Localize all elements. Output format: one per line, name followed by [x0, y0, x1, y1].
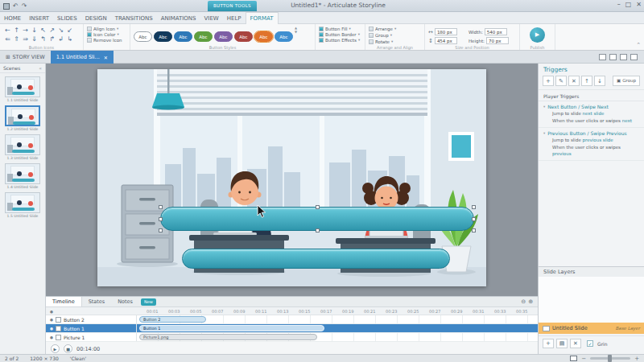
timeline-tab-notes[interactable]: Notes [111, 297, 139, 306]
timeline-object-bar[interactable]: Button 1 [139, 325, 324, 331]
close-icon[interactable]: ✕ [636, 1, 642, 8]
view-toggle-icon[interactable] [620, 54, 627, 60]
new-layer-icon[interactable]: + [543, 339, 554, 348]
undo-icon[interactable]: ↶ [13, 1, 19, 11]
collapse-caret-icon[interactable]: ▾ [543, 105, 545, 109]
button-style-option[interactable]: Abc [234, 31, 253, 42]
selection-handle[interactable] [316, 228, 320, 232]
ribbon-tab-transitions[interactable]: TRANSITIONS [111, 13, 157, 25]
stop-icon[interactable]: ■ [64, 344, 72, 353]
delete-trigger-icon[interactable]: ✕ [568, 76, 580, 86]
rotate-control[interactable]: Rotate▾ [369, 39, 421, 44]
button-icon-option[interactable]: ↖ [39, 26, 47, 35]
selection-handle[interactable] [472, 228, 476, 232]
button-icon-option[interactable]: ⇓ [30, 35, 39, 43]
slide-document-tab[interactable]: 1.1 Untitled Sli... ✕ [51, 51, 114, 64]
scene-slide-item[interactable]: 1.1 Untitled Slide [0, 76, 45, 102]
ribbon-tab-animations[interactable]: ANIMATIONS [157, 13, 200, 25]
layer-option-checkbox[interactable]: ✓ [587, 340, 593, 347]
button-style-option[interactable]: Abc [214, 31, 233, 42]
zoom-out-icon[interactable]: − [581, 356, 586, 362]
button-border-control[interactable]: Button Border▾ [319, 31, 361, 37]
row-checkbox[interactable] [56, 335, 61, 340]
button-fill-control[interactable]: Button Fill▾ [319, 26, 361, 31]
height-field[interactable]: 70 px [486, 37, 509, 44]
row-checkbox[interactable] [56, 326, 61, 331]
visibility-icon[interactable]: ● [50, 318, 53, 322]
visibility-icon[interactable]: ● [50, 327, 53, 331]
collapse-ribbon-icon[interactable]: ⌃ [636, 42, 641, 48]
scene-slide-item[interactable]: 1.5 Untitled Slide [0, 192, 45, 218]
trigger-item[interactable]: ▾Next Button / Swipe NextJump to slide n… [539, 101, 644, 128]
icon-tool-remove-icon[interactable]: Remove Icon [87, 37, 126, 43]
edit-trigger-icon[interactable]: ✎ [555, 76, 567, 86]
button-icon-option[interactable]: ← [3, 26, 12, 35]
button-icon-option[interactable]: ↙ [65, 26, 74, 35]
button-icon-option[interactable]: ⇒ [21, 35, 30, 43]
trigger-item[interactable]: ▾Previous Button / Swipe PreviousJump to… [539, 128, 644, 160]
collapse-panel-icon[interactable]: « [39, 65, 42, 71]
timeline-zoom-in-icon[interactable]: ⊕ [528, 298, 533, 305]
view-toggle-icon[interactable] [630, 54, 638, 60]
trigger-action-link[interactable]: next slide [583, 111, 605, 116]
button-icon-option[interactable]: ↲ [56, 35, 65, 43]
publish-button[interactable]: ▶ [530, 27, 545, 43]
button-effects-control[interactable]: Button Effects▾ [319, 37, 361, 43]
slide-thumbnail[interactable] [5, 163, 40, 184]
view-toggle-icon[interactable] [599, 54, 606, 60]
icon-tool-align-icon[interactable]: Align Icon▾ [87, 26, 126, 31]
group-control[interactable]: Group▾ [369, 32, 421, 38]
fit-to-window-icon[interactable] [570, 356, 577, 361]
trigger-condition-link[interactable]: previous [552, 151, 572, 156]
move-up-icon[interactable]: ↑ [581, 76, 592, 86]
timeline-zoom-out-icon[interactable]: ⊖ [521, 298, 526, 305]
scene-slide-item[interactable]: 1.4 Untitled Slide [0, 163, 45, 189]
button-style-option[interactable]: Abc [134, 31, 152, 42]
play-icon[interactable]: ▶ [51, 344, 60, 353]
button-style-option[interactable]: Abc [154, 31, 172, 42]
collapse-caret-icon[interactable]: ▾ [543, 131, 545, 135]
visibility-icon[interactable]: ● [50, 335, 53, 339]
button-icon-option[interactable]: ↗ [47, 26, 56, 35]
ribbon-tab-format[interactable]: FORMAT [246, 12, 279, 24]
button-icon-option[interactable]: ↰ [39, 35, 47, 43]
row-checkbox[interactable] [56, 317, 61, 323]
button-style-option[interactable]: Abc [194, 31, 213, 42]
width-field[interactable]: 540 px [485, 28, 507, 35]
close-tab-icon[interactable]: ✕ [104, 55, 108, 60]
duplicate-layer-icon[interactable]: ▤ [556, 339, 568, 348]
slide-thumbnail[interactable] [5, 134, 40, 155]
selection-handle[interactable] [159, 205, 163, 209]
timeline-row[interactable]: ●Button 1Button 1 [46, 324, 538, 333]
zoom-slider-thumb[interactable] [608, 355, 612, 362]
scroll-down-icon[interactable]: ▼ [295, 30, 297, 34]
button-icon-option[interactable]: ↱ [47, 35, 56, 43]
slide-thumbnail[interactable] [5, 192, 40, 213]
ribbon-tab-help[interactable]: HELP [223, 13, 246, 25]
button-icon-option[interactable]: ⇑ [12, 35, 21, 43]
zoom-in-icon[interactable]: + [634, 356, 639, 362]
new-trigger-icon[interactable]: + [543, 76, 554, 86]
x-position-field[interactable]: 180 px [435, 28, 457, 35]
button-icon-option[interactable]: ↓ [30, 26, 39, 35]
move-down-icon[interactable]: ↓ [594, 76, 605, 86]
selection-handle[interactable] [159, 217, 163, 221]
button-icon-option[interactable]: ↘ [56, 26, 65, 35]
ribbon-tab-view[interactable]: VIEW [200, 13, 223, 25]
timeline-tab-timeline[interactable]: Timeline [46, 297, 82, 306]
timeline-row[interactable]: ●Button 2Button 2 [46, 315, 538, 324]
trigger-action-link[interactable]: previous slide [583, 138, 613, 142]
selection-handle[interactable] [159, 228, 163, 232]
y-position-field[interactable]: 454 px [435, 37, 457, 44]
timeline-object-bar[interactable]: Button 2 [139, 316, 206, 323]
save-icon[interactable] [3, 3, 10, 10]
stage-button-2[interactable] [182, 249, 450, 269]
stage-button-1[interactable] [160, 207, 474, 231]
ribbon-tab-home[interactable]: HOME [0, 13, 25, 25]
timeline-row[interactable]: ●Picture 1Picture1.png [46, 333, 538, 342]
story-view-tab[interactable]: ⊞ STORY VIEW [0, 51, 51, 64]
slide-thumbnail[interactable] [5, 76, 40, 97]
button-style-option[interactable]: Abc [174, 31, 192, 42]
ribbon-tab-slides[interactable]: SLIDES [53, 13, 81, 25]
button-icon-option[interactable]: ↳ [65, 35, 74, 43]
